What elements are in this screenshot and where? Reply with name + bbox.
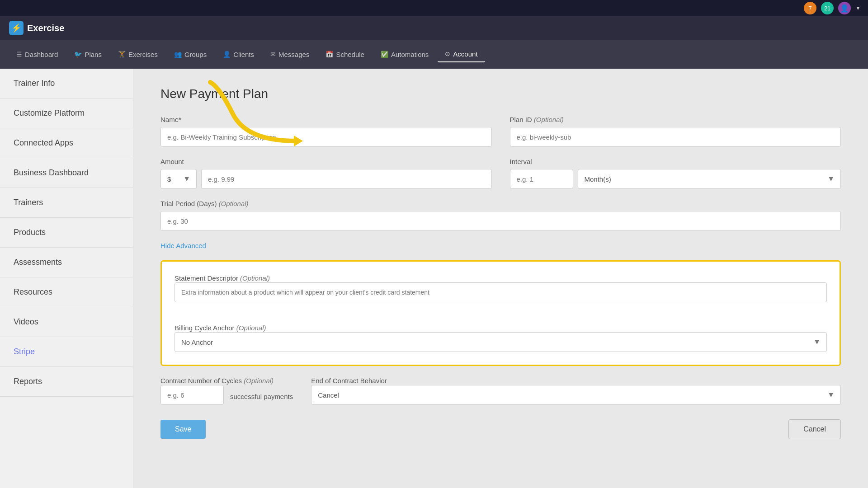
name-group: Name* [160,116,492,147]
main-layout: Trainer Info Customize Platform Connecte… [0,69,868,488]
amount-interval-row: Amount $ € £ ▼ Interval [160,158,841,189]
clients-icon: 👤 [223,51,231,58]
trial-label: Trial Period (Days) (Optional) [160,200,841,207]
sidebar-item-products[interactable]: Products [0,218,133,248]
nav-item-schedule[interactable]: 📅 Schedule [318,47,372,62]
nav-label-groups: Groups [184,51,207,58]
advanced-section: Statement Descriptor (Optional) Billing … [160,260,841,366]
nav-label-account: Account [453,50,477,58]
contract-cycles-group: Contract Number of Cycles (Optional) suc… [160,377,293,405]
sidebar: Trainer Info Customize Platform Connecte… [0,69,133,488]
hide-advanced-link[interactable]: Hide Advanced [160,242,206,249]
nav-item-account[interactable]: ⊙ Account [438,47,485,62]
amount-group: Amount $ € £ ▼ [160,158,492,189]
main-content: New Payment Plan Name* Plan ID (Optional… [133,69,868,488]
sidebar-item-videos[interactable]: Videos [0,307,133,337]
nav-label-plans: Plans [85,51,102,58]
end-behavior-label: End of Contract Behavior [311,377,387,385]
currency-select[interactable]: $ € £ [160,169,197,189]
plan-id-group: Plan ID (Optional) [510,116,841,147]
nav-item-groups[interactable]: 👥 Groups [167,47,214,62]
notifications-icon[interactable]: 7 [804,2,816,14]
billing-anchor-label: Billing Cycle Anchor (Optional) [175,324,266,332]
dashboard-icon: ☰ [16,51,22,58]
nav-item-plans[interactable]: 🐦 Plans [67,47,109,62]
automations-icon: ✅ [381,51,388,58]
page-title: New Payment Plan [160,87,841,101]
sidebar-item-connected-apps[interactable]: Connected Apps [0,128,133,158]
nav-label-automations: Automations [391,51,429,58]
interval-row: Month(s) Week(s) Year(s) Day(s) ▼ [510,169,841,189]
name-input[interactable] [160,127,492,147]
sidebar-item-stripe[interactable]: Stripe [0,337,133,367]
groups-icon: 👥 [174,51,182,58]
sidebar-item-assessments[interactable]: Assessments [0,248,133,277]
statement-label: Statement Descriptor (Optional) [175,274,270,282]
nav-item-automations[interactable]: ✅ Automations [373,47,436,62]
schedule-icon: 📅 [326,51,333,58]
successful-payments-text: successful payments [230,393,293,405]
trial-input[interactable] [160,211,841,231]
button-row: Save Cancel [160,419,841,439]
nav-label-dashboard: Dashboard [25,51,58,58]
amount-label: Amount [160,158,492,165]
plan-id-input[interactable] [510,127,841,147]
plan-id-label: Plan ID (Optional) [510,116,841,123]
interval-number-input[interactable] [510,169,573,189]
sidebar-item-resources[interactable]: Resources [0,277,133,307]
sidebar-item-trainers[interactable]: Trainers [0,188,133,218]
billing-anchor-group: Billing Cycle Anchor (Optional) No Ancho… [175,324,827,352]
sidebar-item-business-dashboard[interactable]: Business Dashboard [0,158,133,188]
logo[interactable]: ⚡ Exercise [9,21,64,35]
top-bar: 7 21 👤 ▼ [0,0,868,16]
end-behavior-select-wrapper: Cancel Pause Continue ▼ [311,385,841,405]
interval-label: Interval [510,158,841,165]
account-icon: ⊙ [445,50,450,57]
nav-label-messages: Messages [278,51,309,58]
nav-item-dashboard[interactable]: ☰ Dashboard [9,47,65,62]
save-button[interactable]: Save [160,420,206,439]
name-planid-row: Name* Plan ID (Optional) [160,116,841,147]
nav-item-messages[interactable]: ✉ Messages [263,47,316,62]
end-behavior-select[interactable]: Cancel Pause Continue [311,385,841,405]
avatar-dropdown-icon[interactable]: ▼ [855,5,861,11]
billing-anchor-select[interactable]: No Anchor 1 2 15 28 [175,332,827,352]
plans-icon: 🐦 [74,51,82,58]
contract-row-outer: Contract Number of Cycles (Optional) suc… [160,377,841,405]
interval-group: Interval Month(s) Week(s) Year(s) Day(s)… [510,158,841,189]
currency-row: $ € £ ▼ [160,169,492,189]
sidebar-item-reports[interactable]: Reports [0,367,133,397]
contract-cycles-input[interactable] [160,385,224,405]
logo-bar: ⚡ Exercise [0,16,868,40]
avatar-icon[interactable]: 👤 [838,2,851,14]
name-label: Name* [160,116,492,123]
statement-descriptor-input[interactable] [175,282,827,302]
contract-cycles-label: Contract Number of Cycles (Optional) [160,377,274,385]
nav-item-exercises[interactable]: 🏋 Exercises [111,47,165,62]
end-behavior-group: End of Contract Behavior Cancel Pause Co… [311,377,841,405]
contract-cycles-row: successful payments [160,385,293,405]
statement-descriptor-group: Statement Descriptor (Optional) [175,274,827,313]
contract-section: Contract Number of Cycles (Optional) suc… [160,377,841,405]
trial-group: Trial Period (Days) (Optional) [160,200,841,231]
sidebar-item-customize-platform[interactable]: Customize Platform [0,99,133,128]
logo-text: Exercise [27,23,64,33]
exercises-icon: 🏋 [118,51,126,58]
nav-label-clients: Clients [233,51,254,58]
nav-bar: ☰ Dashboard 🐦 Plans 🏋 Exercises 👥 Groups… [0,40,868,69]
messages-icon: ✉ [270,51,276,58]
top-bar-icons: 7 21 👤 ▼ [804,2,861,14]
nav-label-schedule: Schedule [336,51,364,58]
updates-icon[interactable]: 21 [821,2,834,14]
cancel-button[interactable]: Cancel [788,419,841,439]
billing-anchor-select-wrapper: No Anchor 1 2 15 28 ▼ [175,332,827,352]
logo-icon: ⚡ [9,21,24,35]
trial-row: Trial Period (Days) (Optional) [160,200,841,231]
interval-period-wrapper: Month(s) Week(s) Year(s) Day(s) ▼ [578,169,841,189]
currency-select-wrapper: $ € £ ▼ [160,169,197,189]
nav-label-exercises: Exercises [128,51,158,58]
amount-input[interactable] [201,169,492,189]
interval-period-select[interactable]: Month(s) Week(s) Year(s) Day(s) [578,169,841,189]
nav-item-clients[interactable]: 👤 Clients [216,47,261,62]
sidebar-item-trainer-info[interactable]: Trainer Info [0,69,133,99]
